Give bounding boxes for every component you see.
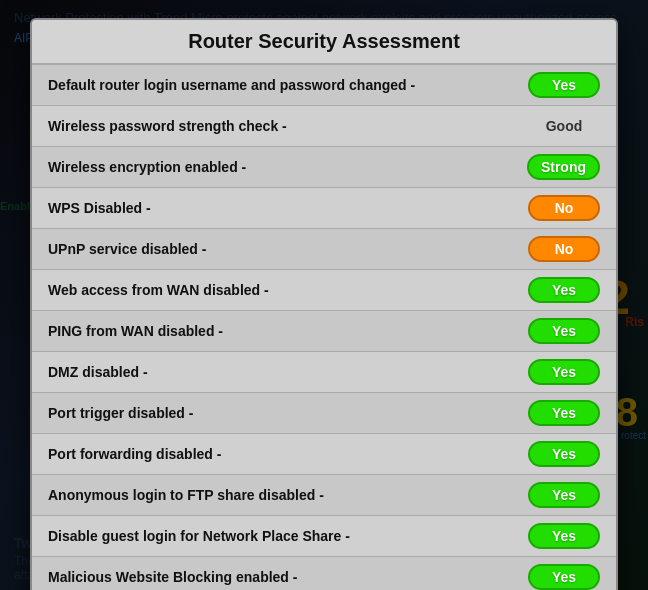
row-label: UPnP service disabled - (48, 241, 528, 257)
status-badge: Yes (528, 482, 600, 508)
status-badge: Yes (528, 318, 600, 344)
modal-overlay: Router Security Assessment Default route… (0, 0, 648, 590)
row-label: Disable guest login for Network Place Sh… (48, 528, 528, 544)
modal-header: Router Security Assessment (32, 20, 616, 65)
row-label: Wireless encryption enabled - (48, 159, 527, 175)
router-security-modal: Router Security Assessment Default route… (30, 18, 618, 590)
table-row: PING from WAN disabled -Yes (32, 311, 616, 352)
status-badge: Strong (527, 154, 600, 180)
table-row: Port trigger disabled -Yes (32, 393, 616, 434)
table-row: Default router login username and passwo… (32, 65, 616, 106)
status-badge: Yes (528, 277, 600, 303)
status-badge: No (528, 236, 600, 262)
table-row: UPnP service disabled -No (32, 229, 616, 270)
row-label: Anonymous login to FTP share disabled - (48, 487, 528, 503)
table-row: Anonymous login to FTP share disabled -Y… (32, 475, 616, 516)
status-badge: Good (528, 113, 600, 139)
table-row: Web access from WAN disabled -Yes (32, 270, 616, 311)
status-badge: Yes (528, 72, 600, 98)
table-row: Port forwarding disabled -Yes (32, 434, 616, 475)
row-label: Wireless password strength check - (48, 118, 528, 134)
status-badge: Yes (528, 564, 600, 590)
table-row: Disable guest login for Network Place Sh… (32, 516, 616, 557)
table-row: Wireless encryption enabled -Strong (32, 147, 616, 188)
modal-body: Default router login username and passwo… (32, 65, 616, 590)
status-badge: Yes (528, 359, 600, 385)
status-badge: No (528, 195, 600, 221)
row-label: Default router login username and passwo… (48, 77, 528, 93)
table-row: Malicious Website Blocking enabled -Yes (32, 557, 616, 590)
row-label: DMZ disabled - (48, 364, 528, 380)
row-label: Web access from WAN disabled - (48, 282, 528, 298)
table-row: Wireless password strength check -Good (32, 106, 616, 147)
row-label: Port forwarding disabled - (48, 446, 528, 462)
row-label: Port trigger disabled - (48, 405, 528, 421)
status-badge: Yes (528, 441, 600, 467)
row-label: WPS Disabled - (48, 200, 528, 216)
row-label: PING from WAN disabled - (48, 323, 528, 339)
modal-title: Router Security Assessment (188, 30, 460, 52)
status-badge: Yes (528, 400, 600, 426)
status-badge: Yes (528, 523, 600, 549)
table-row: WPS Disabled -No (32, 188, 616, 229)
table-row: DMZ disabled -Yes (32, 352, 616, 393)
row-label: Malicious Website Blocking enabled - (48, 569, 528, 585)
